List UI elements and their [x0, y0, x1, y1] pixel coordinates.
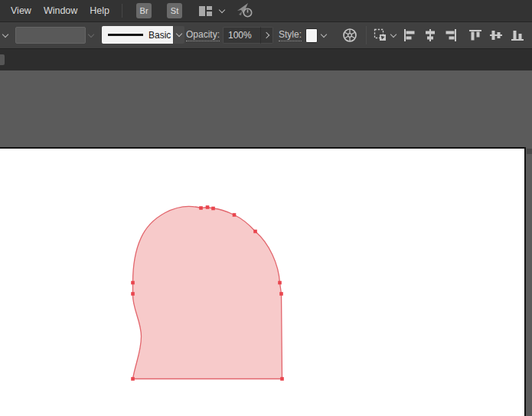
select-similar-icon	[374, 28, 388, 42]
menu-view[interactable]: View	[5, 0, 38, 21]
stroke-preview-line	[108, 34, 143, 36]
chevron-down-icon	[390, 31, 397, 38]
brush-definition-chevron-button[interactable]	[174, 26, 184, 44]
anchor-point[interactable]	[278, 281, 282, 285]
menu-bar: View Window Help Br St	[0, 0, 532, 22]
artwork-svg	[0, 147, 532, 416]
bridge-button[interactable]: Br	[136, 3, 152, 18]
align-bottom-icon	[511, 28, 524, 42]
align-right-button[interactable]	[444, 28, 458, 42]
style-label[interactable]: Style:	[279, 29, 302, 41]
selected-shape-path[interactable]	[132, 206, 282, 378]
anchor-point[interactable]	[253, 230, 257, 234]
opacity-more-button[interactable]	[260, 27, 273, 44]
align-bottom-button[interactable]	[511, 28, 524, 42]
align-vertical-center-icon	[489, 28, 503, 42]
align-horizontal-center-button[interactable]	[423, 28, 437, 42]
menu-window[interactable]: Window	[38, 0, 83, 21]
recolor-artwork-button[interactable]	[342, 28, 357, 46]
anchor-point[interactable]	[131, 377, 135, 381]
workspace-pane	[199, 6, 205, 16]
style-chevron-down-icon[interactable]	[321, 31, 327, 38]
align-left-button[interactable]	[403, 28, 416, 42]
control-bar: Basic Opacity: 100% Style:	[0, 22, 532, 49]
workspace-pane	[207, 11, 212, 16]
anchor-point[interactable]	[280, 377, 284, 381]
stock-button[interactable]: St	[167, 3, 182, 18]
width-profile-chevron-down-icon	[88, 31, 94, 38]
document-tab-strip	[0, 49, 532, 70]
align-top-icon	[468, 28, 482, 42]
anchor-point[interactable]	[233, 213, 237, 217]
anchor-point[interactable]	[131, 281, 135, 285]
width-profile-dropdown-disabled	[15, 27, 86, 44]
anchor-point[interactable]	[279, 292, 283, 296]
gpu-performance-rocket-icon[interactable]	[237, 2, 255, 19]
align-vertical-center-button[interactable]	[489, 28, 503, 42]
truncated-control-chevron-down-icon[interactable]	[2, 31, 8, 38]
brush-definition-dropdown[interactable]: Basic	[102, 26, 173, 44]
opacity-input[interactable]: 100%	[223, 27, 260, 44]
anchor-point[interactable]	[199, 206, 203, 210]
anchor-point[interactable]	[211, 207, 215, 211]
chevron-right-icon	[263, 32, 269, 38]
truncated-tab-fragment	[0, 54, 5, 65]
brush-definition-value: Basic	[149, 30, 171, 41]
anchor-point[interactable]	[131, 292, 135, 296]
canvas-area	[0, 147, 532, 416]
illustrator-window: { "menu_bar": { "items": [ { "label": "V…	[0, 0, 532, 416]
workspace-chevron-down-icon[interactable]	[219, 6, 225, 12]
pasteboard[interactable]	[0, 70, 532, 147]
control-separator	[366, 26, 367, 44]
select-similar-button[interactable]	[374, 28, 396, 42]
workspace-switcher-icon[interactable]	[199, 6, 212, 16]
align-left-icon	[403, 28, 416, 42]
style-swatch[interactable]	[305, 28, 318, 43]
rocket-glyph	[237, 2, 255, 19]
menu-separator	[122, 4, 122, 18]
align-right-icon	[444, 28, 458, 42]
chevron-down-icon	[176, 31, 182, 37]
opacity-label[interactable]: Opacity:	[186, 29, 220, 41]
color-wheel-icon	[342, 28, 357, 43]
align-horizontal-center-icon	[423, 28, 437, 42]
anchor-point[interactable]	[206, 205, 210, 209]
menu-help[interactable]: Help	[83, 0, 116, 21]
workspace-pane	[207, 6, 212, 11]
align-top-button[interactable]	[468, 28, 482, 42]
